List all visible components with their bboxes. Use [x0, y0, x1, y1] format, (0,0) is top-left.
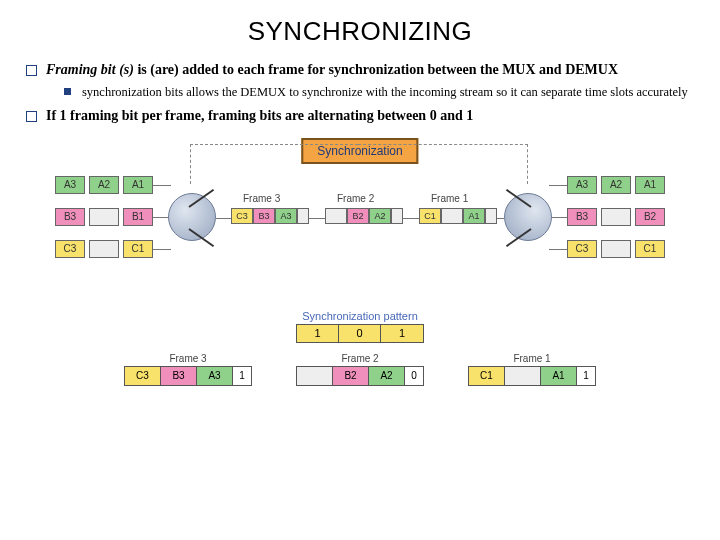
- bullet-1: Framing bit (s) is (are) added to each f…: [24, 61, 696, 101]
- bottom-cell: A3: [197, 367, 233, 385]
- bottom-cell: 1: [577, 367, 595, 385]
- bullet-1-sub: synchronization bits allows the DEMUX to…: [64, 84, 696, 101]
- cell-a3-right: A3: [567, 176, 597, 194]
- mid-bit1: [485, 208, 497, 224]
- bottom-cell: B3: [161, 367, 197, 385]
- cell-a2-right: A2: [601, 176, 631, 194]
- bottom-cell: 0: [405, 367, 423, 385]
- cell-c3-right: C3: [567, 240, 597, 258]
- cell-b-empty-left: [89, 208, 119, 226]
- sync-bit-1: 0: [339, 325, 381, 342]
- mux-rotor: [168, 193, 216, 241]
- bullet-list: Framing bit (s) is (are) added to each f…: [24, 61, 696, 126]
- page-title: SYNCHRONIZING: [24, 16, 696, 47]
- mid-b2: B2: [347, 208, 369, 224]
- sync-pattern-cells: 1 0 1: [296, 324, 424, 343]
- bottom-frame: Frame 1C1A11: [468, 353, 596, 386]
- bottom-cell: A2: [369, 367, 405, 385]
- bottom-cell: C1: [469, 367, 505, 385]
- bottom-frame: Frame 2B2A20: [296, 353, 424, 386]
- mid-label-2: Frame 2: [337, 193, 374, 204]
- bottom-cell: A1: [541, 367, 577, 385]
- mid-e2: [325, 208, 347, 224]
- mid-c3: C3: [231, 208, 253, 224]
- bottom-cell: C3: [125, 367, 161, 385]
- bottom-frame-cells: C3B3A31: [124, 366, 252, 386]
- sync-bit-0: 1: [297, 325, 339, 342]
- cell-c-empty-right: [601, 240, 631, 258]
- bottom-frame-label: Frame 2: [296, 353, 424, 364]
- sync-bit-2: 1: [381, 325, 423, 342]
- bottom-cell: [505, 367, 541, 385]
- demux-rotor: [504, 193, 552, 241]
- mid-c1: C1: [419, 208, 441, 224]
- cell-a1-left: A1: [123, 176, 153, 194]
- cell-c1-left: C1: [123, 240, 153, 258]
- bottom-frame-label: Frame 3: [124, 353, 252, 364]
- cell-b1-left: B1: [123, 208, 153, 226]
- sync-pattern-section: Synchronization pattern 1 0 1 Frame 3C3B…: [25, 310, 695, 386]
- cell-c-empty-left: [89, 240, 119, 258]
- bullet-1-prefix: Framing bit (s): [46, 62, 134, 77]
- mid-a2: A2: [369, 208, 391, 224]
- cell-b-empty-right: [601, 208, 631, 226]
- cell-a2-left: A2: [89, 176, 119, 194]
- mid-label-3: Frame 3: [243, 193, 280, 204]
- cell-a3-left: A3: [55, 176, 85, 194]
- mid-a3: A3: [275, 208, 297, 224]
- bullet-1-rest: is (are) added to each frame for synchro…: [134, 62, 618, 77]
- cell-a1-right: A1: [635, 176, 665, 194]
- mid-bit2: [391, 208, 403, 224]
- bottom-cell: 1: [233, 367, 251, 385]
- bottom-cell: B2: [333, 367, 369, 385]
- mid-b3: B3: [253, 208, 275, 224]
- mid-e1: [441, 208, 463, 224]
- cell-b3-left: B3: [55, 208, 85, 226]
- sync-pattern-label: Synchronization pattern: [25, 310, 695, 322]
- bottom-frame: Frame 3C3B3A31: [124, 353, 252, 386]
- cell-c1-right: C1: [635, 240, 665, 258]
- mid-a1: A1: [463, 208, 485, 224]
- cell-b2-right: B2: [635, 208, 665, 226]
- bullet-2: If 1 framing bit per frame, framing bits…: [24, 107, 696, 126]
- mid-label-1: Frame 1: [431, 193, 468, 204]
- cell-b3-right: B3: [567, 208, 597, 226]
- cell-c3-left: C3: [55, 240, 85, 258]
- diagram: Synchronization A3 A2 A1 B3 B1 C3 C1 C3 …: [25, 138, 695, 386]
- bottom-frame-cells: C1A11: [468, 366, 596, 386]
- bottom-frame-label: Frame 1: [468, 353, 596, 364]
- bottom-frame-cells: B2A20: [296, 366, 424, 386]
- bottom-cell: [297, 367, 333, 385]
- bottom-frame-row: Frame 3C3B3A31Frame 2B2A20Frame 1C1A11: [25, 353, 695, 386]
- mid-bit3: [297, 208, 309, 224]
